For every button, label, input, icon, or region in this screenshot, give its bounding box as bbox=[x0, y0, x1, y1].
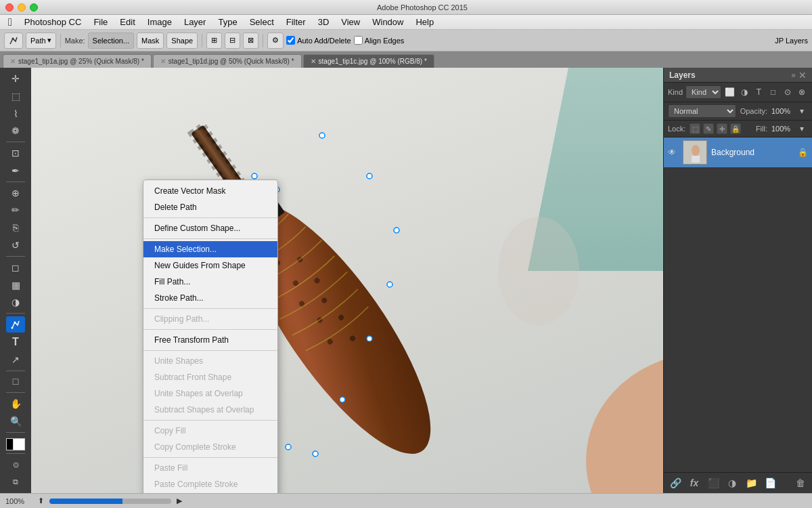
zoom-tool[interactable]: 🔍 bbox=[6, 413, 25, 429]
menu-file[interactable]: File bbox=[88, 16, 113, 28]
svg-point-34 bbox=[692, 145, 700, 156]
tab-3[interactable]: ✕ stage1_tip1c.jpg @ 100% (RGB/8) * bbox=[303, 54, 434, 68]
hand-tool[interactable]: ✋ bbox=[6, 396, 25, 412]
add-mask-btn[interactable]: ⬛ bbox=[706, 475, 721, 490]
menu-edit[interactable]: Edit bbox=[114, 16, 140, 28]
tab-1-label: stage1_tip1a.jpg @ 25% (Quick Mask/8) * bbox=[18, 58, 144, 65]
new-adjustment-btn[interactable]: ◑ bbox=[725, 475, 740, 490]
layer-filter-shape-icon[interactable]: □ bbox=[767, 86, 779, 98]
crop-tool[interactable]: ⊡ bbox=[6, 145, 25, 161]
svg-point-1 bbox=[14, 322, 16, 324]
cm-stroke-path[interactable]: Stroke Path... bbox=[143, 290, 277, 306]
layer-effects-btn[interactable]: fx bbox=[687, 475, 702, 490]
rect-select-tool[interactable]: ⬚ bbox=[6, 88, 25, 104]
shape-tool[interactable]: □ bbox=[6, 373, 25, 389]
cm-define-custom-shape[interactable]: Define Custom Shape... bbox=[143, 220, 277, 236]
pen-tool-button[interactable] bbox=[4, 33, 23, 49]
type-tool[interactable]: T bbox=[6, 334, 25, 350]
dodge-tool[interactable]: ◑ bbox=[6, 294, 25, 310]
color-swatch[interactable] bbox=[6, 438, 25, 451]
layer-filter-toggle-icon[interactable]: ⊗ bbox=[796, 86, 808, 98]
cm-free-transform-path[interactable]: Free Transform Path bbox=[143, 332, 277, 348]
cm-delete-path[interactable]: Delete Path bbox=[143, 199, 277, 215]
cm-new-guides[interactable]: New Guides From Shape bbox=[143, 257, 277, 274]
path-icon-btn-1[interactable]: ⊞ bbox=[206, 33, 222, 49]
link-layers-btn[interactable]: 🔗 bbox=[668, 475, 683, 490]
cm-make-selection[interactable]: Make Selection... bbox=[143, 241, 277, 257]
layer-filter-smart-icon[interactable]: ⊙ bbox=[782, 86, 793, 98]
new-group-btn[interactable]: 📁 bbox=[744, 475, 759, 490]
svg-point-24 bbox=[313, 451, 318, 457]
cm-fill-path[interactable]: Fill Path... bbox=[143, 274, 277, 290]
lock-pixels-icon[interactable]: ⬚ bbox=[690, 123, 700, 134]
path-dropdown[interactable]: Path ▾ bbox=[26, 33, 56, 49]
kind-dropdown[interactable]: Kind bbox=[685, 85, 721, 99]
path-icon-btn-2[interactable]: ⊟ bbox=[225, 33, 240, 49]
clone-tool[interactable]: ⎘ bbox=[6, 219, 25, 236]
screen-mode-btn[interactable]: ⧉ bbox=[6, 474, 25, 490]
menu-help[interactable]: Help bbox=[410, 16, 439, 28]
blend-mode-dropdown[interactable]: Normal bbox=[668, 104, 736, 118]
layer-filter-pixel-icon[interactable]: ⬜ bbox=[724, 86, 736, 98]
tab-3-close[interactable]: ✕ bbox=[311, 58, 316, 65]
maximize-button[interactable] bbox=[30, 3, 38, 12]
layer-lock-icon: 🔒 bbox=[798, 148, 808, 157]
mask-button[interactable]: Mask bbox=[137, 33, 164, 49]
menu-type[interactable]: Type bbox=[212, 16, 242, 28]
svg-point-23 bbox=[340, 397, 345, 402]
zoom-expand-icon[interactable]: ⬆ bbox=[38, 496, 44, 505]
healing-tool[interactable]: ⊕ bbox=[6, 185, 25, 201]
menu-image[interactable]: Image bbox=[142, 16, 177, 28]
lasso-tool[interactable]: ⌇ bbox=[6, 106, 25, 122]
background-color[interactable] bbox=[13, 438, 25, 450]
tool-separator-3 bbox=[6, 256, 25, 257]
menu-photoshop[interactable]: Photoshop CC bbox=[19, 16, 87, 28]
history-brush-tool[interactable]: ↺ bbox=[6, 237, 25, 253]
tab-2[interactable]: ✕ stage1_tip1d.jpg @ 50% (Quick Mask/8) … bbox=[153, 54, 302, 68]
canvas-area[interactable]: Create Vector Mask Delete Path Define Cu… bbox=[31, 68, 663, 493]
selection-button[interactable]: Selection... bbox=[88, 33, 134, 49]
cm-create-vector-mask[interactable]: Create Vector Mask bbox=[143, 183, 277, 199]
quick-mask-btn[interactable]: ⊙ bbox=[6, 457, 25, 473]
tab-1[interactable]: ✕ stage1_tip1a.jpg @ 25% (Quick Mask/8) … bbox=[3, 54, 152, 68]
layers-panel-close-icon[interactable]: ✕ bbox=[798, 70, 807, 81]
gradient-tool[interactable]: ▦ bbox=[6, 277, 25, 293]
auto-add-delete-checkbox[interactable]: Auto Add/Delete bbox=[286, 36, 351, 45]
path-icon-btn-3[interactable]: ⊠ bbox=[243, 33, 258, 49]
align-edges-checkbox[interactable]: Align Edges bbox=[354, 36, 405, 45]
pen-tool[interactable] bbox=[6, 316, 25, 333]
eraser-tool[interactable]: ◻ bbox=[6, 259, 25, 276]
shape-button[interactable]: Shape bbox=[166, 33, 198, 49]
lock-position-icon[interactable]: ✎ bbox=[703, 123, 714, 134]
path-select-tool[interactable]: ↗ bbox=[6, 352, 25, 368]
new-layer-btn[interactable]: 📄 bbox=[763, 475, 777, 490]
lock-all-icon[interactable]: 🔒 bbox=[730, 123, 741, 134]
brush-tool[interactable]: ✏ bbox=[6, 202, 25, 218]
menu-view[interactable]: View bbox=[336, 16, 365, 28]
layer-visibility-icon[interactable]: 👁 bbox=[668, 148, 679, 157]
menu-filter[interactable]: Filter bbox=[281, 16, 311, 28]
minimize-button[interactable] bbox=[18, 3, 26, 12]
eyedropper-tool[interactable]: ✒ bbox=[6, 163, 25, 179]
cm-unite-shapes-at-overlap: Unite Shapes at Overlap bbox=[143, 385, 277, 402]
layer-filter-type-icon[interactable]: T bbox=[753, 86, 765, 98]
tab-1-close[interactable]: ✕ bbox=[10, 58, 16, 65]
move-tool[interactable]: ✛ bbox=[6, 70, 25, 87]
layer-filter-adjustment-icon[interactable]: ◑ bbox=[738, 86, 750, 98]
opacity-dropdown-icon[interactable]: ▾ bbox=[796, 105, 808, 117]
layers-panel-expand-icon[interactable]: » bbox=[791, 70, 796, 80]
close-button[interactable] bbox=[5, 3, 14, 12]
lock-move-icon[interactable]: ✛ bbox=[717, 123, 727, 134]
menu-3d[interactable]: 3D bbox=[313, 16, 335, 28]
fill-dropdown-icon[interactable]: ▾ bbox=[796, 123, 808, 135]
tab-2-close[interactable]: ✕ bbox=[160, 58, 166, 65]
menu-layer[interactable]: Layer bbox=[179, 16, 212, 28]
quick-select-tool[interactable]: ❁ bbox=[6, 123, 25, 139]
status-arrow[interactable]: ▶ bbox=[177, 496, 182, 505]
settings-btn[interactable]: ⚙ bbox=[267, 33, 284, 49]
apple-menu[interactable]:  bbox=[3, 16, 18, 28]
menu-select[interactable]: Select bbox=[244, 16, 279, 28]
delete-layer-btn[interactable]: 🗑 bbox=[793, 475, 808, 490]
menu-window[interactable]: Window bbox=[367, 16, 409, 28]
layer-background[interactable]: 👁 Background 🔒 bbox=[664, 137, 812, 167]
